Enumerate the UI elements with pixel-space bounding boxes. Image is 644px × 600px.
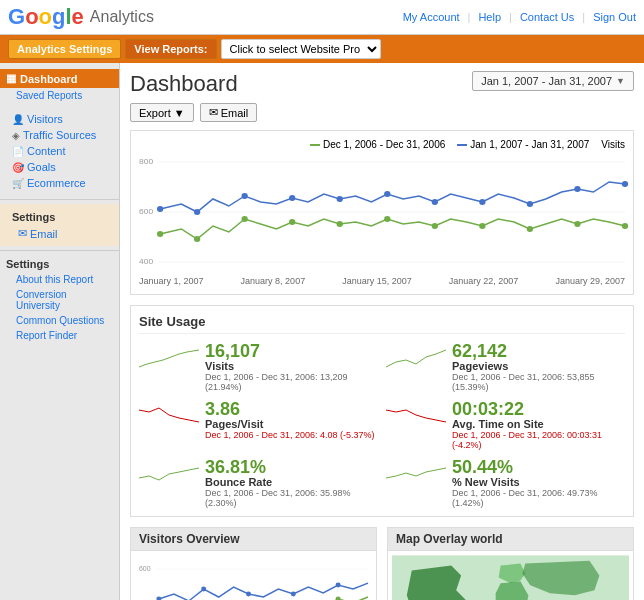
- usage-bounce-rate: 36.81% Bounce Rate Dec 1, 2006 - Dec 31,…: [139, 458, 378, 508]
- map-panel-body: [388, 551, 633, 600]
- pages-visit-sparkline: [139, 400, 199, 430]
- svg-point-40: [291, 592, 296, 597]
- export-button[interactable]: Export ▼: [130, 103, 194, 122]
- analytics-label: Analytics: [90, 8, 154, 26]
- visitors-icon: 👤: [12, 114, 24, 125]
- svg-text:400: 400: [139, 257, 154, 266]
- website-profile-select[interactable]: Click to select Website Profile: [221, 39, 381, 59]
- site-usage-section: Site Usage 16,107 Visits Dec 1, 2006 - D…: [130, 305, 634, 517]
- svg-text:600: 600: [139, 565, 151, 572]
- usage-avg-time: 00:03:22 Avg. Time on Site Dec 1, 2006 -…: [386, 400, 625, 450]
- pageviews-compare: Dec 1, 2006 - Dec 31, 2006: 53,855 (15.3…: [452, 372, 625, 392]
- email-label: Email: [30, 228, 58, 240]
- svg-point-17: [157, 206, 163, 212]
- usage-pages-visit: 3.86 Pages/Visit Dec 1, 2006 - Dec 31, 2…: [139, 400, 378, 450]
- dashboard-grid-icon: ▦: [6, 72, 16, 85]
- svg-point-26: [574, 186, 580, 192]
- svg-text:600: 600: [139, 207, 154, 216]
- help-link[interactable]: Help: [478, 11, 501, 23]
- sidebar-item-traffic-sources[interactable]: ◈ Traffic Sources: [0, 127, 119, 143]
- navbar: Analytics Settings View Reports: Click t…: [0, 35, 644, 63]
- analytics-settings-button[interactable]: Analytics Settings: [8, 39, 121, 59]
- legend-label-2: Jan 1, 2007 - Jan 31, 2007: [470, 139, 589, 150]
- main-layout: ▦ Dashboard Saved Reports 👤 Visitors ◈ T…: [0, 63, 644, 600]
- visits-sparkline: [139, 342, 199, 372]
- bounce-rate-number: 36.81%: [205, 458, 378, 476]
- traffic-sources-label: Traffic Sources: [23, 129, 96, 141]
- usage-grid: 16,107 Visits Dec 1, 2006 - Dec 31, 2006…: [139, 342, 625, 508]
- svg-point-11: [384, 216, 390, 222]
- visitors-chart: 600 300: [139, 559, 368, 600]
- toolbar: Export ▼ ✉ Email: [130, 103, 634, 122]
- report-finder-link[interactable]: Report Finder: [0, 328, 119, 343]
- chart-label-2: January 8, 2007: [241, 276, 306, 286]
- avg-time-label: Avg. Time on Site: [452, 418, 625, 430]
- main-nav-section: 👤 Visitors ◈ Traffic Sources 📄 Content 🎯…: [0, 111, 119, 191]
- svg-point-6: [157, 231, 163, 237]
- chart-legend: Dec 1, 2006 - Dec 31, 2006 Jan 1, 2007 -…: [139, 139, 625, 150]
- sidebar: ▦ Dashboard Saved Reports 👤 Visitors ◈ T…: [0, 63, 120, 600]
- email-label-toolbar: Email: [221, 107, 249, 119]
- pageviews-number: 62,142: [452, 342, 625, 360]
- svg-point-7: [194, 236, 200, 242]
- dashboard-nav-header[interactable]: ▦ Dashboard: [0, 69, 119, 88]
- sidebar-item-goals[interactable]: 🎯 Goals: [0, 159, 119, 175]
- date-range-selector[interactable]: Jan 1, 2007 - Jan 31, 2007 ▼: [472, 71, 634, 91]
- sidebar-item-visitors[interactable]: 👤 Visitors: [0, 111, 119, 127]
- my-account-link[interactable]: My Account: [403, 11, 460, 23]
- header-links: My Account | Help | Contact Us | Sign Ou…: [403, 11, 636, 23]
- svg-point-37: [156, 597, 161, 600]
- ecommerce-icon: 🛒: [12, 178, 24, 189]
- ecommerce-label: Ecommerce: [27, 177, 86, 189]
- svg-point-20: [289, 195, 295, 201]
- svg-point-22: [384, 191, 390, 197]
- about-report-link[interactable]: About this Report: [0, 272, 119, 287]
- sidebar-divider: [0, 199, 119, 200]
- sidebar-item-ecommerce[interactable]: 🛒 Ecommerce: [0, 175, 119, 191]
- map-overlay-panel: Map Overlay world: [387, 527, 634, 600]
- chart-x-labels: January 1, 2007 January 8, 2007 January …: [139, 276, 625, 286]
- email-button[interactable]: ✉ Email: [200, 103, 258, 122]
- chart-label-3: January 15, 2007: [342, 276, 412, 286]
- svg-text:800: 800: [139, 157, 154, 166]
- sidebar-item-email[interactable]: ✉ Email: [6, 225, 113, 242]
- usage-new-visits: 50.44% % New Visits Dec 1, 2006 - Dec 31…: [386, 458, 625, 508]
- svg-point-25: [527, 201, 533, 207]
- view-reports-button[interactable]: View Reports:: [125, 39, 216, 59]
- common-questions-link[interactable]: Common Questions: [0, 313, 119, 328]
- content-label: Content: [27, 145, 66, 157]
- conversion-university-link[interactable]: Conversion University: [0, 287, 119, 313]
- svg-point-27: [622, 181, 628, 187]
- pageviews-sparkline: [386, 342, 446, 372]
- settings-section: Settings ✉ Email: [0, 204, 119, 246]
- settings-sub-header: Settings: [0, 255, 119, 272]
- sidebar-item-content[interactable]: 📄 Content: [0, 143, 119, 159]
- chart-label-5: January 29, 2007: [555, 276, 625, 286]
- dashboard-header: Dashboard Jan 1, 2007 - Jan 31, 2007 ▼: [130, 71, 634, 97]
- page-header: Google Analytics My Account | Help | Con…: [0, 0, 644, 35]
- legend-label-3: Visits: [601, 139, 625, 150]
- svg-point-9: [289, 219, 295, 225]
- legend-dot-2: [457, 144, 467, 146]
- new-visits-compare: Dec 1, 2006 - Dec 31, 2006: 49.73% (1.42…: [452, 488, 625, 508]
- svg-point-8: [241, 216, 247, 222]
- goals-label: Goals: [27, 161, 56, 173]
- bounce-rate-sparkline: [139, 458, 199, 488]
- svg-point-18: [194, 209, 200, 215]
- new-visits-sparkline: [386, 458, 446, 488]
- svg-point-12: [432, 223, 438, 229]
- legend-item-3: Visits: [601, 139, 625, 150]
- export-arrow-icon: ▼: [174, 107, 185, 119]
- page-title: Dashboard: [130, 71, 238, 97]
- sidebar-divider-2: [0, 250, 119, 251]
- settings-label: Settings: [12, 211, 55, 223]
- visits-label: Visits: [205, 360, 378, 372]
- saved-reports-link[interactable]: Saved Reports: [0, 88, 119, 103]
- main-chart: 800 600 400: [139, 154, 625, 274]
- chart-label-4: January 22, 2007: [449, 276, 519, 286]
- sign-out-link[interactable]: Sign Out: [593, 11, 636, 23]
- dashboard-section: ▦ Dashboard Saved Reports: [0, 69, 119, 103]
- contact-us-link[interactable]: Contact Us: [520, 11, 574, 23]
- usage-pageviews: 62,142 Pageviews Dec 1, 2006 - Dec 31, 2…: [386, 342, 625, 392]
- date-range-arrow: ▼: [616, 76, 625, 86]
